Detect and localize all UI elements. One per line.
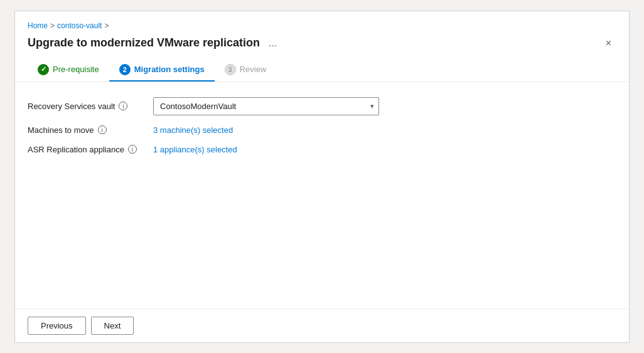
machines-info-icon[interactable]: i — [98, 125, 107, 134]
breadcrumb-home[interactable]: Home — [28, 21, 48, 30]
ellipsis-button[interactable]: ... — [265, 36, 281, 50]
breadcrumb: Home > contoso-vault > — [28, 21, 616, 30]
step-migration-settings-icon: 2 — [119, 64, 131, 75]
asr-info-icon[interactable]: i — [128, 145, 137, 154]
asr-link[interactable]: 1 appliance(s) selected — [153, 145, 237, 154]
step-prerequisite-icon: ✓ — [38, 64, 49, 75]
step-review-icon: 3 — [225, 64, 236, 75]
step-migration-settings[interactable]: 2 Migration settings — [109, 59, 215, 82]
machines-control-wrapper: 3 machine(s) selected — [153, 125, 379, 135]
wizard-steps: ✓ Pre-requisite 2 Migration settings 3 — [28, 59, 616, 82]
asr-label: ASR Replication appliance i — [28, 145, 153, 154]
vault-label: Recovery Services vault i — [28, 102, 153, 111]
page-title: Upgrade to modernized VMware replication — [28, 36, 260, 50]
breadcrumb-vault[interactable]: contoso-vault — [57, 21, 102, 30]
machines-link[interactable]: 3 machine(s) selected — [153, 125, 233, 135]
vault-control-wrapper: ContosoModernVault ▾ — [153, 97, 379, 115]
modal-title-inner: Upgrade to modernized VMware replication… — [28, 36, 281, 50]
breadcrumb-sep2: > — [104, 21, 109, 30]
step-prerequisite-label: Pre-requisite — [53, 65, 99, 74]
modal-overlay: Home > contoso-vault > Upgrade to modern… — [0, 0, 644, 353]
modal-footer: Previous Next — [15, 308, 629, 342]
form-row-vault: Recovery Services vault i ContosoModernV… — [28, 97, 616, 115]
modal-body: Recovery Services vault i ContosoModernV… — [15, 82, 629, 308]
modal-title-row: Upgrade to modernized VMware replication… — [28, 35, 616, 51]
machines-label: Machines to move i — [28, 125, 153, 135]
asr-control-wrapper: 1 appliance(s) selected — [153, 145, 379, 154]
step-review-label: Review — [240, 65, 267, 74]
vault-select[interactable]: ContosoModernVault — [153, 97, 379, 115]
form-row-machines: Machines to move i 3 machine(s) selected — [28, 125, 616, 135]
step-review[interactable]: 3 Review — [215, 59, 277, 82]
previous-button[interactable]: Previous — [28, 317, 86, 335]
upgrade-modal: Home > contoso-vault > Upgrade to modern… — [14, 11, 630, 343]
modal-header: Home > contoso-vault > Upgrade to modern… — [15, 11, 629, 82]
vault-info-icon[interactable]: i — [119, 102, 127, 110]
form-row-asr: ASR Replication appliance i 1 appliance(… — [28, 145, 616, 154]
close-button[interactable]: × — [601, 35, 616, 51]
vault-select-wrapper: ContosoModernVault ▾ — [153, 97, 379, 115]
step-prerequisite[interactable]: ✓ Pre-requisite — [28, 59, 109, 82]
breadcrumb-sep1: > — [50, 21, 55, 30]
next-button[interactable]: Next — [91, 317, 134, 335]
step-migration-settings-label: Migration settings — [134, 65, 205, 74]
